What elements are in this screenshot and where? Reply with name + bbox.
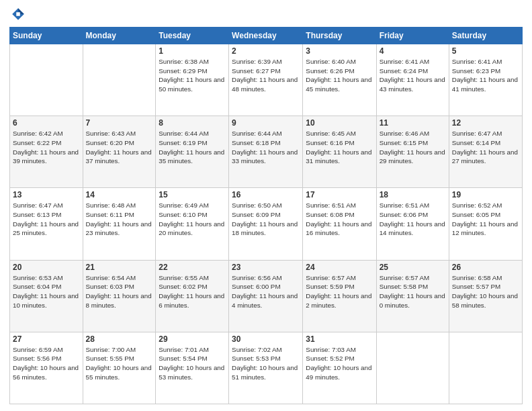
day-info: Sunrise: 6:48 AM Sunset: 6:11 PM Dayligh… [86, 201, 153, 238]
day-info: Sunrise: 6:45 AM Sunset: 6:16 PM Dayligh… [306, 129, 373, 166]
calendar-cell: 23Sunrise: 6:56 AM Sunset: 6:00 PM Dayli… [229, 260, 303, 332]
header-row: SundayMondayTuesdayWednesdayThursdayFrid… [10, 28, 523, 44]
day-info: Sunrise: 6:58 AM Sunset: 5:57 PM Dayligh… [452, 273, 519, 310]
calendar-cell [83, 44, 156, 116]
day-number: 9 [232, 118, 300, 128]
day-info: Sunrise: 6:54 AM Sunset: 6:03 PM Dayligh… [86, 273, 153, 310]
day-number: 10 [306, 118, 373, 128]
page: SundayMondayTuesdayWednesdayThursdayFrid… [0, 0, 532, 411]
day-info: Sunrise: 6:53 AM Sunset: 6:04 PM Dayligh… [13, 273, 80, 310]
calendar-cell: 24Sunrise: 6:57 AM Sunset: 5:59 PM Dayli… [303, 260, 376, 332]
calendar-cell: 15Sunrise: 6:49 AM Sunset: 6:10 PM Dayli… [156, 188, 229, 260]
day-number: 22 [159, 263, 226, 272]
day-info: Sunrise: 6:41 AM Sunset: 6:24 PM Dayligh… [380, 57, 446, 94]
calendar-cell: 6Sunrise: 6:42 AM Sunset: 6:22 PM Daylig… [10, 116, 83, 188]
calendar-cell: 19Sunrise: 6:52 AM Sunset: 6:05 PM Dayli… [449, 188, 522, 260]
calendar-cell: 4Sunrise: 6:41 AM Sunset: 6:24 PM Daylig… [376, 44, 449, 116]
logo-icon [11, 7, 26, 21]
day-number: 11 [380, 118, 446, 128]
header [9, 7, 523, 21]
day-number: 13 [13, 190, 80, 199]
calendar-cell: 16Sunrise: 6:50 AM Sunset: 6:09 PM Dayli… [229, 188, 303, 260]
calendar-cell: 27Sunrise: 6:59 AM Sunset: 5:56 PM Dayli… [10, 332, 83, 404]
day-number: 8 [159, 118, 226, 128]
day-info: Sunrise: 6:59 AM Sunset: 5:56 PM Dayligh… [13, 345, 80, 382]
day-number: 23 [232, 263, 300, 272]
day-info: Sunrise: 6:57 AM Sunset: 5:59 PM Dayligh… [306, 273, 373, 310]
calendar-header: SundayMondayTuesdayWednesdayThursdayFrid… [10, 28, 523, 44]
day-info: Sunrise: 6:42 AM Sunset: 6:22 PM Dayligh… [13, 129, 80, 166]
day-number: 27 [13, 334, 80, 344]
day-info: Sunrise: 6:44 AM Sunset: 6:18 PM Dayligh… [232, 129, 300, 166]
day-info: Sunrise: 7:01 AM Sunset: 5:54 PM Dayligh… [159, 345, 226, 382]
header-day-monday: Monday [83, 28, 156, 44]
day-number: 12 [452, 118, 519, 128]
day-info: Sunrise: 6:47 AM Sunset: 6:14 PM Dayligh… [452, 129, 519, 166]
day-number: 17 [306, 190, 373, 199]
week-row: 6Sunrise: 6:42 AM Sunset: 6:22 PM Daylig… [10, 116, 523, 188]
calendar-cell: 8Sunrise: 6:44 AM Sunset: 6:19 PM Daylig… [156, 116, 229, 188]
day-info: Sunrise: 6:49 AM Sunset: 6:10 PM Dayligh… [159, 201, 226, 238]
day-number: 19 [452, 190, 519, 199]
day-number: 24 [306, 263, 373, 272]
calendar-cell: 2Sunrise: 6:39 AM Sunset: 6:27 PM Daylig… [229, 44, 303, 116]
header-day-thursday: Thursday [303, 28, 376, 44]
day-info: Sunrise: 6:38 AM Sunset: 6:29 PM Dayligh… [159, 57, 226, 94]
day-number: 25 [380, 263, 446, 272]
calendar-cell: 3Sunrise: 6:40 AM Sunset: 6:26 PM Daylig… [303, 44, 376, 116]
calendar-cell: 17Sunrise: 6:51 AM Sunset: 6:08 PM Dayli… [303, 188, 376, 260]
day-info: Sunrise: 7:00 AM Sunset: 5:55 PM Dayligh… [86, 345, 153, 382]
day-number: 15 [159, 190, 226, 199]
day-info: Sunrise: 6:50 AM Sunset: 6:09 PM Dayligh… [232, 201, 300, 238]
day-number: 16 [232, 190, 300, 199]
calendar-cell: 1Sunrise: 6:38 AM Sunset: 6:29 PM Daylig… [156, 44, 229, 116]
calendar-cell: 25Sunrise: 6:57 AM Sunset: 5:58 PM Dayli… [376, 260, 449, 332]
week-row: 13Sunrise: 6:47 AM Sunset: 6:13 PM Dayli… [10, 188, 523, 260]
calendar-cell: 31Sunrise: 7:03 AM Sunset: 5:52 PM Dayli… [303, 332, 376, 404]
calendar-cell: 10Sunrise: 6:45 AM Sunset: 6:16 PM Dayli… [303, 116, 376, 188]
calendar-cell: 9Sunrise: 6:44 AM Sunset: 6:18 PM Daylig… [229, 116, 303, 188]
day-number: 7 [86, 118, 153, 128]
day-info: Sunrise: 6:51 AM Sunset: 6:06 PM Dayligh… [380, 201, 446, 238]
day-info: Sunrise: 6:57 AM Sunset: 5:58 PM Dayligh… [380, 273, 446, 310]
day-number: 3 [306, 46, 373, 56]
svg-rect-2 [16, 12, 20, 16]
calendar-cell: 7Sunrise: 6:43 AM Sunset: 6:20 PM Daylig… [83, 116, 156, 188]
calendar-cell: 5Sunrise: 6:41 AM Sunset: 6:23 PM Daylig… [449, 44, 522, 116]
day-number: 5 [452, 46, 519, 56]
day-number: 29 [159, 334, 226, 344]
week-row: 27Sunrise: 6:59 AM Sunset: 5:56 PM Dayli… [10, 332, 523, 404]
day-info: Sunrise: 7:02 AM Sunset: 5:53 PM Dayligh… [232, 345, 300, 382]
day-number: 30 [232, 334, 300, 344]
calendar-cell: 18Sunrise: 6:51 AM Sunset: 6:06 PM Dayli… [376, 188, 449, 260]
day-number: 1 [159, 46, 226, 56]
day-info: Sunrise: 6:56 AM Sunset: 6:00 PM Dayligh… [232, 273, 300, 310]
day-number: 20 [13, 263, 80, 272]
day-info: Sunrise: 6:40 AM Sunset: 6:26 PM Dayligh… [306, 57, 373, 94]
calendar-cell: 20Sunrise: 6:53 AM Sunset: 6:04 PM Dayli… [10, 260, 83, 332]
day-info: Sunrise: 6:47 AM Sunset: 6:13 PM Dayligh… [13, 201, 80, 238]
day-info: Sunrise: 6:44 AM Sunset: 6:19 PM Dayligh… [159, 129, 226, 166]
calendar-cell [10, 44, 83, 116]
day-number: 21 [86, 263, 153, 272]
header-day-friday: Friday [376, 28, 449, 44]
calendar-cell: 12Sunrise: 6:47 AM Sunset: 6:14 PM Dayli… [449, 116, 522, 188]
day-number: 28 [86, 334, 153, 344]
day-info: Sunrise: 6:41 AM Sunset: 6:23 PM Dayligh… [452, 57, 519, 94]
day-info: Sunrise: 6:43 AM Sunset: 6:20 PM Dayligh… [86, 129, 153, 166]
day-number: 6 [13, 118, 80, 128]
week-row: 1Sunrise: 6:38 AM Sunset: 6:29 PM Daylig… [10, 44, 523, 116]
day-info: Sunrise: 6:51 AM Sunset: 6:08 PM Dayligh… [306, 201, 373, 238]
header-day-tuesday: Tuesday [156, 28, 229, 44]
calendar-cell [376, 332, 449, 404]
header-day-sunday: Sunday [10, 28, 83, 44]
day-number: 14 [86, 190, 153, 199]
day-info: Sunrise: 6:39 AM Sunset: 6:27 PM Dayligh… [232, 57, 300, 94]
calendar-table: SundayMondayTuesdayWednesdayThursdayFrid… [9, 27, 523, 404]
day-number: 4 [380, 46, 446, 56]
calendar-cell: 30Sunrise: 7:02 AM Sunset: 5:53 PM Dayli… [229, 332, 303, 404]
calendar-cell: 21Sunrise: 6:54 AM Sunset: 6:03 PM Dayli… [83, 260, 156, 332]
day-info: Sunrise: 6:46 AM Sunset: 6:15 PM Dayligh… [380, 129, 446, 166]
day-info: Sunrise: 6:55 AM Sunset: 6:02 PM Dayligh… [159, 273, 226, 310]
header-day-wednesday: Wednesday [229, 28, 303, 44]
